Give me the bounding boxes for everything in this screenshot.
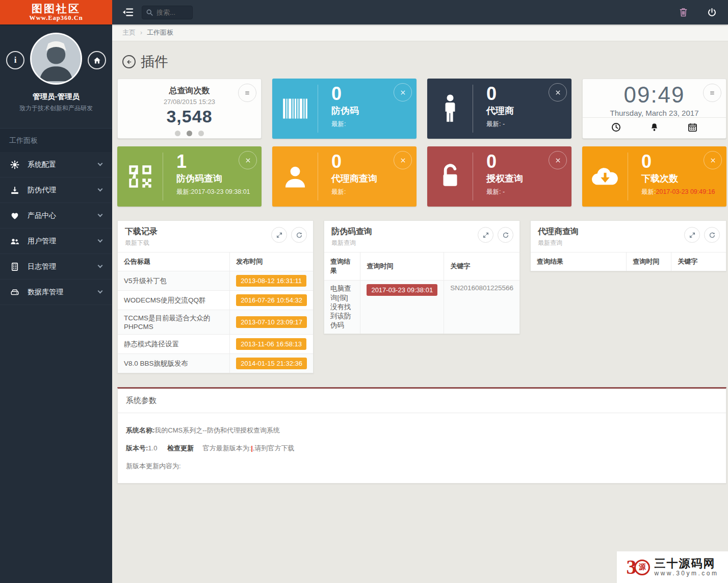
breadcrumb-separator: › — [140, 29, 142, 36]
table-row: 静态模式路径设置2013-11-06 16:58:13 — [118, 335, 313, 354]
app-logo[interactable]: 图图社区 Www.Eap360.Cn — [0, 0, 112, 24]
close-icon — [400, 157, 406, 164]
card-close-button[interactable] — [549, 83, 567, 102]
sidebar-item-label: 防伪代理 — [28, 186, 56, 195]
refresh-icon — [709, 232, 716, 239]
refresh-icon — [502, 232, 509, 239]
stat-value: 0 — [331, 151, 377, 172]
card-menu-button[interactable] — [238, 84, 256, 102]
panel-download-log: 下载记录 最新下载 公告标题 发布时间 V5升级补丁包2013-08-12 16… — [117, 220, 314, 373]
brand-title: 图图社区 — [32, 3, 81, 14]
card-close-button[interactable] — [394, 151, 412, 169]
page-title: 插件 — [141, 53, 168, 71]
back-button[interactable] — [122, 55, 136, 68]
topbar: 图图社区 Www.Eap360.Cn — [0, 0, 728, 24]
sidebar-item-label: 数据库管理 — [28, 288, 63, 297]
stat-label: 下载次数 — [641, 172, 715, 185]
sidebar: i 管理员-管理员 致力于技术创新和产品研发 工作面板 系统配置 防伪代理 产品… — [0, 24, 112, 583]
list-icon — [243, 88, 252, 97]
users-icon — [10, 237, 19, 246]
watermark-title: 三十源码网 — [654, 557, 718, 570]
watermark-url: www.30ym.com — [654, 570, 718, 577]
column-header: 关键字 — [671, 252, 726, 271]
column-header: 查询时间 — [627, 252, 671, 271]
avatar[interactable] — [30, 33, 82, 85]
stat-label: 授权查询 — [486, 172, 523, 185]
expand-button[interactable] — [684, 227, 700, 243]
cloud-download-icon — [582, 153, 628, 200]
table-row: TCCMS是目前最适合大众的PHPCMS2013-07-10 23:09:17 — [118, 310, 313, 335]
refresh-button[interactable] — [291, 227, 307, 243]
sidebar-item-anticounterfeit-agent[interactable]: 防伪代理 — [0, 178, 112, 203]
stat-latest: 最新: — [331, 120, 359, 129]
clock-card: 09:49 Thursday, March 23, 2017 — [582, 79, 726, 139]
search-icon — [146, 9, 153, 16]
expand-icon — [276, 232, 283, 239]
stat-latest: 最新:2017-03-23 09:38:01 — [176, 188, 250, 196]
sidebar-item-user-management[interactable]: 用户管理 — [0, 229, 112, 254]
system-name-line: 系统名称:我的CMS系列之--防伪和代理授权查询系统 — [126, 426, 718, 435]
sidebar-section-label: 工作面板 — [0, 128, 112, 152]
breadcrumb-home[interactable]: 主页 — [122, 28, 136, 37]
card-menu-button[interactable] — [703, 84, 721, 102]
stat-latest: 最新:2017-03-23 09:49:16 — [641, 188, 715, 196]
carousel-dots[interactable] — [118, 131, 261, 136]
stat-card-anticounterfeit-code: 0 防伪码 最新: — [272, 79, 417, 139]
power-icon[interactable] — [707, 8, 717, 17]
sidebar-item-system-config[interactable]: 系统配置 — [0, 152, 112, 178]
main-content: 主页 › 工作面板 插件 总查询次数 27/08/2015 15:23 3,54… — [112, 24, 728, 583]
card-close-button[interactable] — [239, 151, 257, 169]
close-icon — [710, 157, 716, 164]
stat-card-auth-query: 0 授权查询 最新: - — [427, 146, 571, 207]
table-row: V5升级补丁包2013-08-12 16:31:11 — [118, 271, 313, 291]
info-button[interactable]: i — [6, 51, 24, 69]
heart-icon — [10, 211, 19, 220]
breadcrumb-current: 工作面板 — [147, 28, 173, 37]
search-box — [142, 6, 193, 19]
stat-card-code-query: 1 防伪码查询 最新:2017-03-23 09:38:01 — [117, 146, 262, 207]
card-close-button[interactable] — [704, 151, 722, 169]
stat-latest: 最新: - — [486, 188, 523, 196]
time-badge: 2016-07-26 10:54:32 — [236, 294, 307, 306]
check-update-link[interactable]: 检查更新 — [167, 444, 194, 452]
sidebar-item-product-center[interactable]: 产品中心 — [0, 203, 112, 229]
stat-value: 0 — [331, 84, 359, 104]
qrcode-icon — [117, 153, 163, 200]
sidebar-toggle-icon[interactable] — [121, 7, 135, 18]
sidebar-item-label: 用户管理 — [28, 237, 56, 246]
expand-button[interactable] — [478, 227, 493, 243]
time-badge: 2017-03-23 09:38:01 — [367, 284, 437, 296]
sidebar-item-database-management[interactable]: 数据库管理 — [0, 280, 112, 305]
refresh-button[interactable] — [704, 227, 720, 243]
watermark-logo: 3 源 — [626, 557, 650, 577]
time-badge: 2013-08-12 16:31:11 — [236, 275, 306, 287]
stat-latest: 最新: — [331, 188, 377, 196]
stat-latest: 最新: - — [486, 120, 514, 129]
chevron-down-icon — [98, 187, 103, 192]
card-close-button[interactable] — [394, 83, 412, 102]
trash-icon[interactable] — [679, 8, 688, 17]
panel-system-parameters: 系统参数 系统名称:我的CMS系列之--防伪和代理授权查询系统 版本号:1.0 … — [117, 387, 726, 484]
card-close-button[interactable] — [549, 151, 567, 169]
chevron-down-icon — [98, 212, 103, 217]
table-row: 电脑查询[假]没有找到该防伪码 2017-03-23 09:38:01 SN20… — [324, 281, 519, 334]
sidebar-item-log-management[interactable]: 日志管理 — [0, 254, 112, 280]
stat-card-total-queries: 总查询次数 27/08/2015 15:23 3,548 — [117, 79, 262, 139]
system-version-line: 版本号:1.0 检查更新 官方最新版本为:|,请到官方下载 — [126, 444, 718, 453]
panel-agent-query: 代理商查询 最新查询 查询结果 查询时间 关键字 — [530, 220, 726, 271]
total-queries-value: 3,548 — [118, 107, 261, 126]
home-button[interactable] — [88, 51, 106, 69]
stat-card-agent: 0 代理商 最新: - — [427, 79, 571, 139]
table-row: WODECMS使用交流QQ群2016-07-26 10:54:32 — [118, 291, 313, 310]
gears-icon — [10, 160, 19, 169]
expand-button[interactable] — [271, 227, 287, 243]
bell-icon[interactable] — [649, 122, 659, 134]
chevron-down-icon — [98, 263, 103, 268]
column-header: 公告标题 — [118, 252, 230, 271]
column-header: 发布时间 — [230, 252, 313, 271]
column-header: 查询时间 — [360, 252, 444, 281]
clock-icon[interactable] — [611, 122, 621, 134]
calendar-icon[interactable] — [688, 122, 697, 134]
refresh-button[interactable] — [498, 227, 513, 243]
download-icon — [10, 186, 19, 195]
